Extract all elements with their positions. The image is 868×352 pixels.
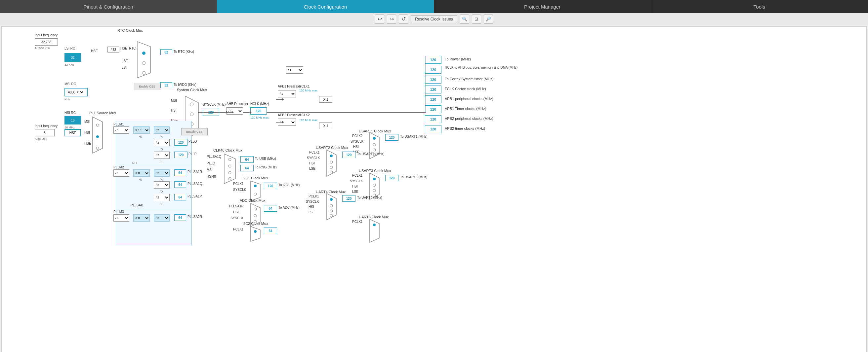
svg-point-11 — [96, 135, 99, 138]
apb1-div-box[interactable]: / 1 — [278, 90, 296, 97]
hse-box[interactable]: HSE — [64, 129, 81, 136]
to-usart2-label: To USART2 (MHz) — [357, 152, 384, 156]
svg-point-44 — [330, 204, 333, 207]
pllm3-select[interactable]: / 1 — [114, 216, 129, 220]
svg-point-16 — [228, 171, 231, 174]
enable-css-2[interactable]: Enable CSS — [181, 128, 208, 135]
pllm1-box[interactable]: / 1 — [114, 127, 129, 134]
svg-point-17 — [228, 177, 231, 180]
usart2-hsi: HSI — [309, 162, 315, 165]
pll2-p-box[interactable]: / 2 — [154, 194, 169, 201]
pll-mult-select[interactable]: X 15 — [133, 128, 150, 132]
pllp-val-box: 120 — [174, 151, 187, 158]
to-rtc-label: To RTC (KHz) — [174, 50, 194, 54]
out-power-label: To Power (MHz) — [445, 57, 471, 61]
toolbar: ↩ ↪ ↺ Resolve Clock Issues 🔍 ⊡ 🔎 — [0, 13, 868, 25]
nav-tab-project[interactable]: Project Manager — [434, 0, 651, 13]
pll2-mult-select[interactable]: X 8 — [133, 171, 150, 175]
ahb-div-box[interactable]: / 1 — [226, 107, 243, 114]
hsi-rc-label: HSI RC — [64, 111, 76, 114]
clk48-pllq: PLLQ — [207, 162, 215, 165]
pll2-q-label-s: /Q — [160, 190, 163, 193]
pll2-n-label: *N — [139, 178, 142, 181]
pllm2-label: PLLM2 — [114, 166, 124, 169]
adc-sysclk: SYSCLK — [230, 216, 243, 220]
pllsa2r-val-box: 64 — [174, 214, 186, 221]
svg-point-35 — [330, 166, 333, 169]
nav-tab-clock[interactable]: Clock Configuration — [217, 0, 434, 13]
freq-range1-label: 1-1000 KHz — [35, 46, 51, 50]
zoom-out-button[interactable]: 🔎 — [484, 14, 493, 24]
usart1-pclk2: PCLK2 — [352, 134, 363, 138]
pll3-mult-box[interactable]: X 8 — [133, 214, 150, 221]
pllm2-box[interactable]: / 1 — [114, 169, 129, 177]
nav-tab-tools[interactable]: Tools — [651, 0, 868, 13]
pllq-val-box: 120 — [174, 139, 187, 146]
svg-point-28 — [373, 137, 376, 140]
hse-val-box: 8 — [35, 129, 55, 136]
refresh-button[interactable]: ↺ — [399, 14, 408, 24]
i2c2-pclk1: PCLK1 — [233, 227, 244, 231]
svg-point-22 — [254, 208, 257, 210]
svg-point-15 — [228, 165, 231, 167]
pll2-r-box[interactable]: / 2 — [154, 169, 169, 177]
msi-select[interactable]: ▾ — [75, 90, 84, 95]
usart2-pclk1: PCLK1 — [309, 150, 320, 154]
pllsa1q-val-box: 64 — [174, 181, 186, 188]
pll2-q-box[interactable]: / 2 — [154, 181, 169, 188]
out-apb2-label: APB2 peripheral clocks (MHz) — [445, 116, 493, 120]
lsi-val-box[interactable]: 32 — [64, 53, 81, 62]
to-usart3-label: To USART3 (MHz) — [400, 175, 428, 179]
adc-hsi: HSI — [233, 210, 239, 214]
div1-box-top[interactable]: / 1/ 2 — [286, 66, 303, 74]
resolve-clock-button[interactable]: Resolve Clock Issues — [411, 15, 457, 23]
freq-32768-box: 32.768 — [35, 38, 58, 45]
pll-p-select[interactable]: / 2 — [154, 153, 169, 157]
hsi-val-box[interactable]: 16 — [64, 116, 81, 125]
sysclk-msi: MSI — [171, 99, 177, 102]
pllsa1p-val-box: 64 — [174, 194, 186, 201]
iwdg-val-box: 32 — [160, 82, 172, 88]
pll-mult-box[interactable]: X 15 — [133, 127, 150, 134]
hclk-val-box[interactable]: 120 — [250, 107, 267, 114]
usart1-sysclk: SYSCLK — [350, 140, 363, 143]
redo-button[interactable]: ↪ — [387, 14, 396, 24]
svg-point-38 — [373, 178, 376, 180]
div1-select-top[interactable]: / 1/ 2 — [286, 68, 303, 72]
pll-r-select[interactable]: / 2 — [154, 128, 169, 132]
pll3-r-box[interactable]: / 2 — [154, 214, 169, 221]
pllm2-select[interactable]: / 1 — [114, 171, 129, 175]
pll2-r-select[interactable]: / 2 — [154, 171, 169, 175]
undo-button[interactable]: ↩ — [375, 14, 384, 24]
apb1-select[interactable]: / 1 — [278, 92, 296, 96]
uart4-mux-svg — [324, 192, 339, 221]
pll-r-box[interactable]: / 2 — [154, 127, 169, 134]
pll-q-box[interactable]: / 2 — [154, 139, 169, 146]
usart1-mux-svg — [367, 131, 382, 161]
pll2-q-select[interactable]: / 2 — [154, 183, 169, 187]
to-i2c1-label: To I2C1 (MHz) — [278, 183, 300, 187]
zoom-in-button[interactable]: 🔍 — [460, 14, 469, 24]
svg-marker-18 — [251, 181, 260, 201]
rtc-val-box: 32 — [160, 49, 172, 55]
pllm1-select[interactable]: / 1 — [114, 128, 129, 132]
svg-point-23 — [254, 214, 257, 217]
pll3-mult-select[interactable]: X 8 — [133, 216, 150, 220]
pllm3-box[interactable]: / 1 — [114, 214, 129, 221]
ahb-prescaler-label: AHB Prescaler — [226, 102, 248, 106]
uart4-val-box: 120 — [342, 195, 355, 202]
pll2-p-select[interactable]: / 2 — [154, 195, 169, 200]
fit-button[interactable]: ⊡ — [472, 14, 481, 24]
svg-point-29 — [373, 143, 376, 146]
pll-mux-svg — [91, 115, 104, 155]
nav-tab-pinout[interactable]: Pinout & Configuration — [0, 0, 217, 13]
pll2-mult-box[interactable]: X 8 — [133, 169, 150, 177]
pll-q-select[interactable]: / 2 — [154, 140, 169, 145]
svg-point-20 — [254, 193, 257, 196]
uart5-pclk1: PCLK1 — [352, 220, 363, 223]
out-cortex-label: To Cortex System timer (MHz) — [445, 77, 493, 81]
pll-p-box[interactable]: / 2 — [154, 151, 169, 159]
pll3-r-select[interactable]: / 2 — [154, 216, 169, 220]
i2c1-val-box: 120 — [264, 183, 277, 189]
enable-css-1[interactable]: Enable CSS — [134, 83, 160, 90]
